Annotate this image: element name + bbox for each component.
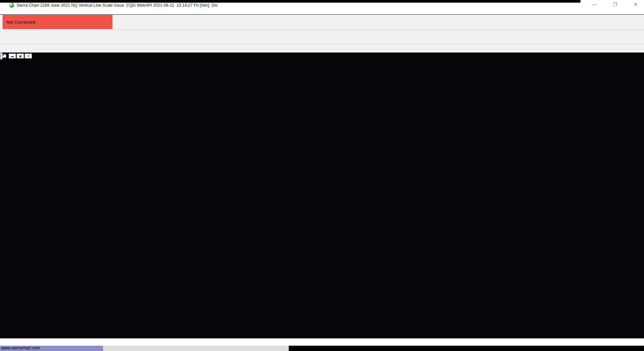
chart-canvas-right bbox=[0, 53, 100, 103]
minimize-icon[interactable]: — bbox=[591, 2, 598, 7]
status-url: www.sierrachart.com bbox=[0, 346, 103, 351]
window-titlebar: Sierra Chart 2268 June 2021 NQ Vertical … bbox=[0, 0, 644, 9]
chart-doc-icon bbox=[2, 54, 6, 58]
chart-tab-bar bbox=[0, 338, 644, 346]
sierra-chart-app: Sierra Chart 2268 June 2021 NQ Vertical … bbox=[0, 0, 644, 351]
app-logo-icon bbox=[9, 3, 14, 8]
chart-close-icon[interactable]: ✕ bbox=[25, 54, 32, 58]
chart-window-right: F.US.ENQM21 1 Min #3 | E-mini NASDAQ-100… bbox=[0, 53, 1, 53]
timeframe-row-2 bbox=[0, 37, 644, 44]
titlebar-top-strip bbox=[0, 0, 580, 3]
status-bar: www.sierrachart.com bbox=[0, 346, 644, 351]
window-title: Sierra Chart 2268 June 2021 NQ Vertical … bbox=[17, 3, 218, 8]
timeframe-row-1 bbox=[0, 30, 644, 37]
status-filler bbox=[289, 346, 644, 351]
chartbook-tab-bar bbox=[0, 44, 644, 53]
connection-status: Not Connected bbox=[3, 15, 112, 29]
chart-titlebar-right[interactable]: F.US.ENQM21 1 Min #3 | E-mini NASDAQ-100… bbox=[0, 53, 2, 59]
mdi-workspace: F.US.ENQM21 10 Sec #1 L:1 | E-mini NASDA… bbox=[0, 53, 644, 338]
close-icon[interactable]: ✕ bbox=[632, 2, 639, 7]
menu-bar bbox=[0, 9, 644, 14]
chart-minimize-icon[interactable]: ▬ bbox=[9, 54, 16, 58]
restore-icon[interactable]: ❐ bbox=[611, 2, 619, 7]
main-toolbar: Not Connected bbox=[0, 15, 644, 30]
chart-restore-icon[interactable]: ▣ bbox=[17, 54, 24, 58]
